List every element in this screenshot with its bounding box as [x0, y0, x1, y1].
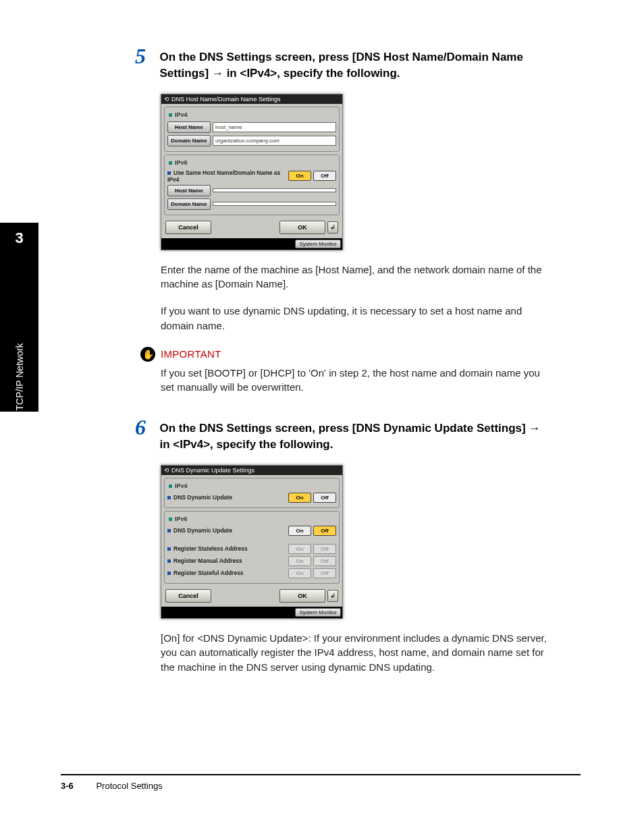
ipv4-label: IPv4 [175, 482, 188, 489]
step6-para1: [On] for <DNS Dynamic Update>: If your e… [161, 631, 554, 675]
system-monitor-button[interactable]: System Monitor [295, 240, 341, 248]
enter-icon[interactable]: ↲ [327, 590, 338, 602]
domain-name-button[interactable]: Domain Name [167, 135, 211, 146]
reg-stateless-on: On [288, 544, 311, 554]
same-host-on[interactable]: On [288, 171, 311, 181]
ipv4-label: IPv4 [175, 111, 188, 118]
important-label: IMPORTANT [161, 348, 221, 360]
step-heading-part-b: in <IPv4>, specify the following. [159, 438, 333, 451]
host-name-input-ipv6[interactable] [213, 188, 336, 192]
register-manual-label: Register Manual Address [173, 557, 242, 564]
enter-icon[interactable]: ↲ [327, 221, 338, 233]
host-name-input[interactable]: host_name [213, 122, 336, 132]
screenshot-titlebar: ⟲ DNS Dynamic Update Settings [161, 466, 342, 475]
same-host-label: Use Same Host Name/Domain Name as IPv4 [167, 169, 280, 183]
reg-stateful-on: On [288, 568, 311, 578]
arrow-icon: → [529, 422, 540, 435]
dns-dynamic-update-ipv6: DNS Dynamic Update [173, 527, 232, 534]
dns-dyn6-on[interactable]: On [288, 526, 311, 536]
step-number: 6 [135, 415, 157, 440]
ok-button[interactable]: OK [279, 221, 325, 234]
domain-name-input-ipv6[interactable] [213, 202, 336, 206]
step5-para2: If you want to use dynamic DNS updating,… [161, 304, 554, 333]
step-heading: On the DNS Settings screen, press [DNS D… [159, 415, 551, 453]
cancel-button[interactable]: Cancel [165, 221, 211, 234]
screenshot-titlebar: ⟲ DNS Host Name/Domain Name Settings [161, 94, 342, 104]
screenshot-dns-dynamic: ⟲ DNS Dynamic Update Settings IPv4 DNS D… [161, 465, 343, 619]
chapter-number: 3 [0, 229, 38, 247]
domain-name-input[interactable]: organization.company.com [213, 136, 336, 146]
step-number: 5 [135, 44, 157, 69]
ipv6-label: IPv6 [175, 516, 188, 522]
ok-button[interactable]: OK [279, 589, 325, 603]
arrow-icon: → [212, 67, 223, 80]
screenshot-dns-hostname: ⟲ DNS Host Name/Domain Name Settings IPv… [161, 94, 343, 250]
dns-dynamic-update-ipv4: DNS Dynamic Update [173, 494, 232, 501]
register-stateful-label: Register Stateful Address [173, 570, 244, 576]
page-footer: 3-6 Protocol Settings [61, 774, 581, 791]
reg-manual-on: On [288, 556, 311, 566]
important-text: If you set [BOOTP] or [DHCP] to 'On' in … [161, 366, 554, 395]
dns-dyn4-on[interactable]: On [288, 493, 311, 503]
same-host-off[interactable]: Off [313, 171, 336, 181]
reg-stateful-off: Off [313, 568, 336, 578]
register-stateless-label: Register Stateless Address [173, 545, 248, 552]
step-heading-part-b: in <IPv4>, specify the following. [223, 67, 400, 80]
footer-section: Protocol Settings [96, 781, 162, 791]
step-6: 6 On the DNS Settings screen, press [DNS… [135, 415, 554, 675]
reg-manual-off: Off [313, 556, 336, 566]
domain-name-button-ipv6[interactable]: Domain Name [167, 198, 211, 210]
screenshot-title: DNS Host Name/Domain Name Settings [171, 96, 281, 103]
back-icon[interactable]: ⟲ [164, 96, 169, 103]
screenshot-title: DNS Dynamic Update Settings [171, 467, 254, 474]
host-name-button[interactable]: Host Name [167, 121, 211, 133]
important-icon: ✋ [140, 347, 155, 362]
dns-dyn4-off[interactable]: Off [313, 493, 336, 503]
back-icon[interactable]: ⟲ [164, 467, 169, 474]
reg-stateless-off: Off [313, 544, 336, 554]
chapter-tab: 3 Using a TCP/IP Network [0, 223, 38, 412]
step-5: 5 On the DNS Settings screen, press [DNS… [135, 44, 554, 395]
step-heading-part-a: On the DNS Settings screen, press [DNS D… [159, 422, 529, 435]
cancel-button[interactable]: Cancel [165, 589, 211, 603]
page-number: 3-6 [61, 781, 74, 791]
dns-dyn6-off[interactable]: Off [313, 526, 336, 536]
chapter-label: Using a TCP/IP Network [14, 343, 25, 445]
step-heading: On the DNS Settings screen, press [DNS H… [159, 44, 551, 82]
ipv6-label: IPv6 [175, 159, 188, 166]
step5-para1: Enter the name of the machine as [Host N… [161, 263, 554, 292]
system-monitor-button[interactable]: System Monitor [295, 608, 341, 617]
host-name-button-ipv6[interactable]: Host Name [167, 185, 211, 196]
